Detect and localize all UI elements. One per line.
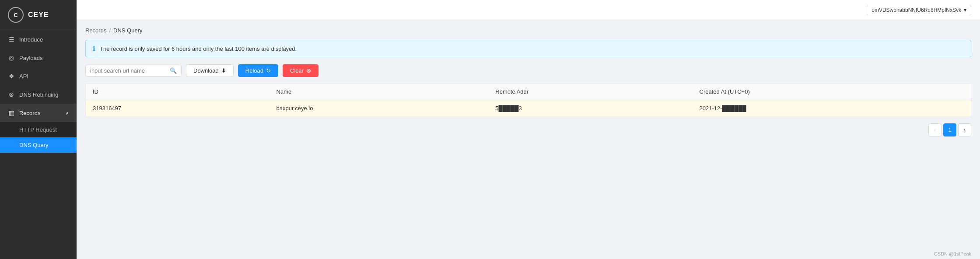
breadcrumb-separator: / — [109, 27, 111, 34]
sidebar-item-payloads-label: Payloads — [19, 55, 42, 61]
records-table: ID Name Remote Addr Created At (UTC+0) 3… — [86, 84, 971, 117]
col-id: ID — [86, 84, 270, 100]
introduce-icon: ☰ — [8, 36, 15, 43]
table-body: 319316497 baxpur.ceye.io 5█████3 2021-12… — [86, 100, 971, 117]
api-icon: ❖ — [8, 73, 15, 80]
sidebar-item-api-label: API — [19, 73, 28, 80]
sidebar-item-api[interactable]: ❖ API — [0, 67, 77, 85]
sidebar-item-dns-rebinding[interactable]: ⊗ DNS Rebinding — [0, 85, 77, 104]
sidebar-item-dns-rebinding-label: DNS Rebinding — [19, 91, 59, 98]
records-chevron-icon: ∧ — [66, 111, 69, 116]
sidebar-subitem-dns-query[interactable]: DNS Query — [0, 137, 77, 153]
info-box: ℹ The record is only saved for 6 hours a… — [85, 40, 971, 57]
sidebar: C CEYE ☰ Introduce ◎ Payloads ❖ API ⊗ DN… — [0, 0, 77, 259]
sidebar-item-payloads[interactable]: ◎ Payloads — [0, 49, 77, 67]
clear-label: Clear — [290, 67, 304, 74]
toolbar: 🔍 Download ⬇ Reload ↻ Clear ⊗ — [85, 64, 971, 77]
sidebar-item-records-label: Records — [19, 110, 40, 116]
download-button[interactable]: Download ⬇ — [186, 64, 234, 77]
clear-icon: ⊗ — [306, 67, 311, 74]
table-container: ID Name Remote Addr Created At (UTC+0) 3… — [85, 83, 971, 117]
search-icon: 🔍 — [170, 67, 177, 74]
pagination: ‹ 1 › — [85, 123, 971, 136]
breadcrumb: Records / DNS Query — [85, 27, 971, 34]
sidebar-item-records[interactable]: ▦ Records ∧ — [0, 104, 77, 122]
records-submenu: HTTP Request DNS Query — [0, 122, 77, 153]
col-remote-addr: Remote Addr — [488, 84, 692, 100]
cell-name: baxpur.ceye.io — [270, 100, 489, 117]
user-token: omVDSwohabbNNIU6Rd8HMpINxSvk — [872, 7, 961, 13]
dns-rebinding-icon: ⊗ — [8, 91, 15, 98]
footer: CSDN @1stPeak — [77, 248, 980, 259]
user-dropdown[interactable]: omVDSwohabbNNIU6Rd8HMpINxSvk ▾ — [867, 5, 971, 15]
logo-text: CEYE — [28, 11, 49, 19]
dropdown-chevron-icon: ▾ — [964, 7, 966, 13]
search-input[interactable] — [90, 67, 167, 74]
sidebar-item-introduce[interactable]: ☰ Introduce — [0, 30, 77, 49]
reload-icon: ↻ — [266, 67, 271, 74]
info-message: The record is only saved for 6 hours and… — [100, 46, 297, 52]
table-row[interactable]: 319316497 baxpur.ceye.io 5█████3 2021-12… — [86, 100, 971, 117]
current-page-button[interactable]: 1 — [943, 123, 956, 136]
info-icon: ℹ — [93, 45, 95, 52]
download-icon: ⬇ — [221, 67, 226, 74]
next-page-button[interactable]: › — [958, 123, 971, 136]
search-box: 🔍 — [85, 65, 182, 77]
topbar: omVDSwohabbNNIU6Rd8HMpINxSvk ▾ — [77, 0, 980, 20]
cell-created-at: 2021-12-██████ — [693, 100, 971, 117]
cell-id: 319316497 — [86, 100, 270, 117]
payloads-icon: ◎ — [8, 54, 15, 61]
cell-remote-addr: 5█████3 — [488, 100, 692, 117]
col-name: Name — [270, 84, 489, 100]
clear-button[interactable]: Clear ⊗ — [283, 64, 318, 77]
reload-label: Reload — [245, 67, 263, 74]
breadcrumb-root: Records — [85, 27, 106, 34]
table-header: ID Name Remote Addr Created At (UTC+0) — [86, 84, 971, 100]
logo-icon: C — [8, 7, 24, 23]
col-created-at: Created At (UTC+0) — [693, 84, 971, 100]
main-content: omVDSwohabbNNIU6Rd8HMpINxSvk ▾ Records /… — [77, 0, 980, 259]
http-request-label: HTTP Request — [19, 126, 57, 133]
breadcrumb-current: DNS Query — [113, 27, 142, 34]
prev-page-button[interactable]: ‹ — [928, 123, 942, 136]
download-label: Download — [193, 67, 219, 74]
reload-button[interactable]: Reload ↻ — [238, 64, 278, 77]
page-content: Records / DNS Query ℹ The record is only… — [77, 20, 980, 248]
footer-text: CSDN @1stPeak — [934, 251, 971, 256]
sidebar-subitem-http-request[interactable]: HTTP Request — [0, 122, 77, 137]
sidebar-logo: C CEYE — [0, 0, 77, 30]
records-icon: ▦ — [8, 109, 15, 116]
dns-query-label: DNS Query — [19, 142, 48, 148]
sidebar-item-introduce-label: Introduce — [19, 36, 43, 43]
